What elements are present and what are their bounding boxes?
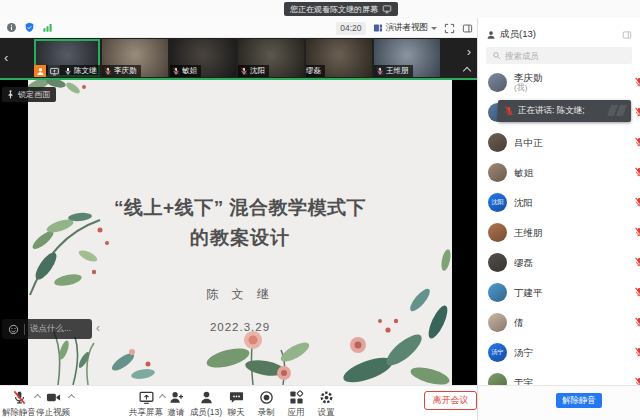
mic-muted-icon [634,347,640,357]
panel-options-icon[interactable] [622,30,632,40]
shield-icon[interactable] [24,22,35,33]
toolbar-button-label: 应用 [288,407,305,419]
member-role-tag: (我) [514,83,543,92]
slide-author: 陈 文 继 [28,286,452,303]
members-panel-title: 成员(13) [500,28,536,41]
avatar-label: 汤宁 [492,348,504,357]
member-row[interactable]: 倩 [478,307,640,337]
search-icon [492,51,501,60]
thumbnail-label: 王维朋 [374,65,413,77]
mic-muted-icon [634,167,640,177]
stop-video-button[interactable]: 停止视频 [36,390,70,419]
bottom-toolbar: 解除静音 停止视频 共享屏幕 邀请 成员(13) 聊天 录制 应用 设置 离开会… [0,385,477,420]
members-icon [199,390,214,405]
member-row[interactable]: 王维朋 [478,217,640,247]
settings-icon [319,390,334,405]
invite-button[interactable]: 邀请 [161,390,191,419]
strip-prev-button[interactable]: ‹ [4,51,8,64]
record-icon [259,390,274,405]
member-row[interactable]: 敏姐 [478,157,640,187]
members-sidebar: 成员(13) 李庆勋 (我) 陈文继 (主持人) 吕中正 敏姐 [477,18,640,420]
participant-name: 李庆勋 [114,66,138,76]
toolbar-button-label: 成员(13) [190,407,222,419]
record-button[interactable]: 录制 [251,390,281,419]
emoji-icon[interactable] [8,324,19,335]
leave-meeting-button[interactable]: 离开会议 [424,391,477,410]
member-name: 沈阳 [514,197,533,208]
avatar [488,73,507,92]
member-row[interactable]: 缪磊 [478,247,640,277]
mic-muted-icon [634,107,640,117]
apps-button[interactable]: 应用 [281,390,311,419]
banner-text: 您正在观看陈文继的屏幕 [290,4,378,15]
video-thumbnail-liqingxun[interactable]: 李庆勋 [102,39,168,77]
chat-button[interactable]: 聊天 [221,390,251,419]
participant-name: 敏姐 [182,66,198,76]
strip-collapse-button[interactable] [463,67,471,75]
toolbar-center-group: 共享屏幕 邀请 成员(13) 聊天 录制 应用 设置 [131,390,341,419]
member-name: 倩 [514,317,524,328]
thumbnail-label: 敏姐 [170,65,201,77]
member-row[interactable]: 沈阳 沈阳 [478,187,640,217]
video-thumbnail-wangweipeng[interactable]: 王维朋 [374,39,440,77]
quick-chat-input[interactable]: 说点什么... [2,319,92,339]
avatar [488,253,507,272]
member-row[interactable]: 吕中正 [478,127,640,157]
member-row[interactable]: 丁建平 [478,277,640,307]
mic-on-icon [64,67,72,75]
mic-muted-icon [634,317,640,327]
top-banner: 您正在观看陈文继的屏幕 [0,0,640,18]
mic-muted-icon [634,377,640,385]
thumbnail-label: 陈文继的... [34,65,100,77]
thumbnail-label: 缪磊 [306,65,325,77]
expand-caret-icon[interactable] [68,394,75,401]
member-row[interactable]: 汤宁 汤宁 [478,337,640,367]
info-icon[interactable] [6,22,17,33]
watching-screen-banner: 您正在观看陈文继的屏幕 [284,2,398,16]
member-name: 王维朋 [514,227,543,238]
meeting-window: 您正在观看陈文继的屏幕 04:20 演讲者视图 ‹ [0,0,640,420]
member-name: 敏姐 [514,167,533,178]
video-thumbnail-minjie[interactable]: 敏姐 [170,39,236,77]
mic-muted-icon [634,227,640,237]
strip-next-button[interactable]: › [467,45,471,58]
top-toolbar: 04:20 演讲者视图 [0,18,477,38]
unmute-button[interactable]: 解除静音 [556,393,602,408]
mic-muted-icon [634,287,640,297]
participant-name: 王维朋 [386,66,410,76]
search-input[interactable] [505,51,615,61]
member-row[interactable]: 于宇 [478,367,640,385]
participant-name: 沈阳 [250,66,266,76]
speaking-toast-text: 正在讲话: 陈文继; [518,105,585,117]
panel-toggle-button[interactable] [462,23,473,34]
meeting-timer: 04:20 [336,22,365,35]
unmute-button[interactable]: 解除静音 [2,390,36,419]
pin-label: 锁定画面 [18,89,50,100]
network-signal-icon[interactable] [42,22,53,33]
avatar: 汤宁 [488,343,507,362]
video-thumbnail-chenwenji[interactable]: 陈文继的... [34,39,100,77]
member-row[interactable]: 李庆勋 (我) [478,67,640,97]
mic-muted-icon [104,67,112,75]
member-name: 李庆勋 [514,72,543,83]
view-mode-button[interactable]: 演讲者视图 [373,22,438,34]
mic-muted-icon [240,67,248,75]
pin-icon [6,90,15,99]
mic-muted-icon [634,137,640,147]
member-search-box[interactable] [486,47,632,64]
topbar-right-controls: 04:20 演讲者视图 [336,18,473,38]
avatar [488,223,507,242]
settings-button[interactable]: 设置 [311,390,341,419]
chat-collapse-button[interactable]: ‹ [96,321,100,335]
share-screen-button[interactable]: 共享屏幕 [131,390,161,419]
mic-muted-icon [634,257,640,267]
chevron-down-icon [431,27,437,30]
video-thumbnail-shenyang[interactable]: 沈阳 [238,39,304,77]
shared-screen-stage: “线上+线下” 混合教学模式下 的教案设计 陈 文 继 2022.3.29 锁定… [0,78,477,385]
video-thumbnail-miaolei[interactable]: 缪磊 [306,39,372,77]
pin-view-button[interactable]: 锁定画面 [2,87,56,102]
members-button[interactable]: 成员(13) [191,390,221,419]
fullscreen-button[interactable] [444,23,455,34]
slide-title-line1: “线上+线下” 混合教学模式下 [28,195,452,221]
mic-muted-icon [172,67,180,75]
